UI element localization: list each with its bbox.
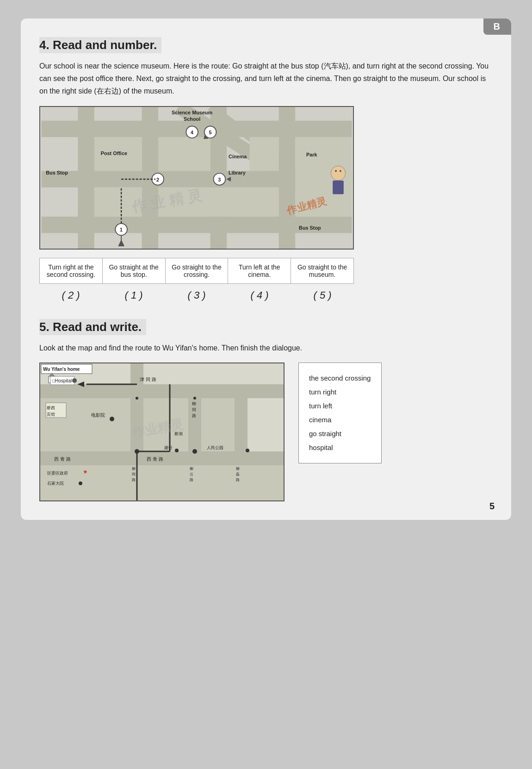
svg-text:2: 2 bbox=[156, 176, 159, 182]
svg-point-42 bbox=[335, 170, 337, 172]
word-item-6: hospital bbox=[309, 441, 371, 455]
svg-text:Park: Park bbox=[306, 151, 317, 157]
svg-text:柳: 柳 bbox=[236, 467, 240, 471]
svg-text:西 青 路: 西 青 路 bbox=[54, 456, 71, 462]
answer-4: ( 4 ) bbox=[228, 288, 291, 303]
seq-box-1: Turn right at the second crossing. bbox=[40, 258, 103, 283]
svg-text:1: 1 bbox=[120, 227, 123, 232]
section4-title: 4. Read and number. bbox=[39, 37, 161, 53]
svg-text:路: 路 bbox=[190, 478, 193, 482]
svg-point-75 bbox=[175, 449, 179, 452]
svg-text:路: 路 bbox=[236, 478, 240, 482]
page-container: B 4. Read and number. Our school is near… bbox=[21, 19, 511, 520]
svg-text:School: School bbox=[184, 116, 200, 121]
svg-rect-55 bbox=[40, 465, 285, 501]
svg-text:Cinema: Cinema bbox=[229, 153, 247, 159]
svg-text:云: 云 bbox=[190, 472, 193, 476]
svg-point-64 bbox=[72, 378, 77, 383]
svg-point-43 bbox=[340, 170, 341, 172]
svg-text:Science Museum: Science Museum bbox=[172, 109, 212, 115]
answer-2: ( 1 ) bbox=[102, 288, 165, 303]
svg-text:★: ★ bbox=[83, 469, 88, 475]
word-item-1: the second crossing bbox=[309, 371, 371, 385]
seq-box-3: Go straight to the crossing. bbox=[166, 258, 229, 283]
sequence-row: Turn right at the second crossing. Go st… bbox=[39, 258, 354, 284]
word-item-4: cinema bbox=[309, 413, 371, 427]
svg-text:Library: Library bbox=[229, 170, 246, 175]
seq-box-2: Go straight at the bus stop. bbox=[103, 258, 166, 283]
svg-point-83 bbox=[79, 481, 82, 485]
svg-rect-41 bbox=[333, 180, 344, 194]
svg-text:人民公园: 人民公园 bbox=[207, 445, 223, 450]
svg-text:区委区政府: 区委区政府 bbox=[47, 471, 68, 475]
section5-layout: Wu Yifan's home 津 同 路 □Hospital 桥西 宾馆 电影… bbox=[39, 363, 493, 501]
svg-text:磊: 磊 bbox=[236, 472, 240, 476]
svg-text:津 同 路: 津 同 路 bbox=[140, 377, 156, 382]
svg-text:柳: 柳 bbox=[192, 401, 196, 406]
svg-text:□Hospital: □Hospital bbox=[52, 378, 72, 383]
svg-text:4: 4 bbox=[191, 130, 193, 135]
seq-box-4: Turn left at the cinema. bbox=[228, 258, 291, 283]
svg-point-95 bbox=[192, 449, 197, 454]
word-box: the second crossing turn right turn left… bbox=[298, 363, 382, 463]
section5-instruction: Look at the map and find the route to Wu… bbox=[39, 342, 493, 354]
svg-rect-4 bbox=[78, 107, 94, 249]
svg-rect-47 bbox=[40, 384, 285, 398]
svg-text:同: 同 bbox=[132, 472, 136, 476]
svg-text:西 青 路: 西 青 路 bbox=[147, 456, 163, 462]
answer-1: ( 2 ) bbox=[39, 288, 102, 303]
svg-text:宾馆: 宾馆 bbox=[47, 412, 55, 417]
answer-5: ( 5 ) bbox=[291, 288, 354, 303]
svg-text:桥西: 桥西 bbox=[46, 406, 55, 410]
section4-instruction: Our school is near the science museum. H… bbox=[39, 60, 493, 98]
svg-text:同: 同 bbox=[192, 407, 196, 412]
svg-point-96 bbox=[136, 397, 138, 400]
svg-text:电影院: 电影院 bbox=[91, 413, 105, 418]
svg-text:3: 3 bbox=[218, 176, 221, 182]
svg-text:Bus Stop: Bus Stop bbox=[299, 225, 321, 230]
map1: Science Museum School 1 2 3 4 5 Bus Sto bbox=[39, 106, 354, 250]
svg-text:柳: 柳 bbox=[132, 467, 136, 471]
svg-text:石家大院: 石家大院 bbox=[47, 481, 64, 486]
corner-badge: B bbox=[483, 19, 511, 35]
svg-rect-54 bbox=[201, 398, 235, 451]
svg-text:建行: 建行 bbox=[164, 445, 173, 450]
svg-text:Wu Yifan's home: Wu Yifan's home bbox=[43, 367, 80, 372]
seq-box-5: Go straight to the museum. bbox=[291, 258, 353, 283]
svg-rect-7 bbox=[279, 107, 296, 249]
svg-point-69 bbox=[110, 417, 114, 421]
svg-rect-12 bbox=[250, 137, 279, 171]
svg-text:柳: 柳 bbox=[190, 467, 193, 471]
answer-3: ( 3 ) bbox=[165, 288, 228, 303]
word-item-2: turn right bbox=[309, 385, 371, 399]
svg-point-97 bbox=[193, 397, 196, 400]
svg-text:Bus Stop: Bus Stop bbox=[46, 170, 68, 175]
word-item-3: turn left bbox=[309, 399, 371, 413]
numbers-row: ( 2 ) ( 1 ) ( 3 ) ( 4 ) ( 5 ) bbox=[39, 288, 354, 303]
word-item-5: go straight bbox=[309, 427, 371, 441]
map2: Wu Yifan's home 津 同 路 □Hospital 桥西 宾馆 电影… bbox=[39, 363, 285, 501]
svg-point-40 bbox=[331, 166, 346, 181]
page-number: 5 bbox=[489, 501, 495, 512]
svg-text:Post Office: Post Office bbox=[101, 150, 127, 156]
section5-title: 5. Read and write. bbox=[39, 319, 146, 335]
svg-rect-11 bbox=[158, 137, 210, 171]
svg-text:路: 路 bbox=[132, 478, 136, 482]
svg-point-77 bbox=[246, 449, 249, 452]
svg-point-94 bbox=[135, 449, 139, 454]
svg-text:路: 路 bbox=[192, 413, 196, 418]
svg-text:5: 5 bbox=[209, 130, 212, 135]
